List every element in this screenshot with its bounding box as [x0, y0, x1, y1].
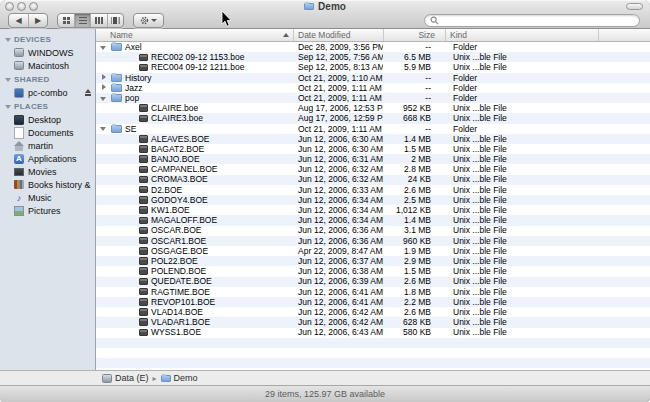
sidebar-item-label: Books history & othe... [28, 180, 92, 190]
eject-icon[interactable] [84, 89, 92, 97]
sidebar-item-books-history-othe[interactable]: Books history & othe... [0, 178, 95, 191]
file-row[interactable]: CLAIRE3.boeAug 17, 2006, 12:59 PM668 KBU… [96, 113, 650, 123]
sidebar-item-music[interactable]: Music [0, 191, 95, 204]
folder-row[interactable]: HistoryOct 21, 2009, 1:10 AM--Folder [96, 73, 650, 83]
file-name-label: pop [125, 93, 139, 103]
executable-file-icon [139, 257, 148, 265]
disclosure-triangle-icon[interactable] [99, 124, 108, 133]
sidebar-item-movies[interactable]: Movies [0, 165, 95, 178]
date-modified-cell: Jun 12, 2006, 6:34 AM [293, 195, 383, 205]
sidebar-section-header[interactable]: SHARED [0, 72, 95, 86]
sidebar-item-applications[interactable]: Applications [0, 152, 95, 165]
file-row[interactable]: OSGAGE.BOEApr 22, 2009, 8:47 AM1.9 MBUni… [96, 246, 650, 256]
folder-icon [111, 43, 122, 51]
sidebar-item-documents[interactable]: Documents [0, 126, 95, 139]
kind-cell: Unix ...ble File [445, 62, 598, 72]
date-modified-cell: Jun 12, 2006, 6:37 AM [293, 256, 383, 266]
file-row[interactable]: REC004 09-12 1211.boeSep 12, 2005, 8:13 … [96, 62, 650, 72]
list-view-icon [79, 17, 87, 24]
file-row[interactable]: BAGAT2.BOEJun 12, 2006, 6:30 AM1.5 MBUni… [96, 144, 650, 154]
file-row[interactable]: VLADAR1.BOEJun 12, 2006, 6:42 AM628 KBUn… [96, 317, 650, 327]
pictures-icon [14, 206, 24, 216]
titlebar[interactable]: Demo [0, 1, 650, 12]
file-row[interactable]: KW1.BOEJun 12, 2006, 6:34 AM1,012 KBUnix… [96, 205, 650, 215]
size-cell: 2.6 MB [383, 276, 445, 286]
date-modified-cell: Oct 21, 2009, 1:11 AM [293, 83, 383, 93]
file-name-label: CLAIRE.boe [151, 103, 198, 113]
size-cell: 2.5 MB [383, 195, 445, 205]
path-item-demo[interactable]: Demo [161, 373, 198, 383]
disclosure-triangle-icon[interactable] [99, 83, 108, 92]
folder-row[interactable]: SEOct 21, 2009, 1:11 AM--Folder [96, 124, 650, 134]
sidebar-item-label: Desktop [28, 115, 61, 125]
icon-view-button[interactable] [58, 14, 74, 27]
sidebar-item-martin[interactable]: martin [0, 139, 95, 152]
sidebar-item-pc-combo[interactable]: pc-combo [0, 86, 95, 99]
file-row[interactable]: CAMPANEL.BOEJun 12, 2006, 6:32 AM2.8 MBU… [96, 164, 650, 174]
action-menu-button[interactable] [133, 13, 164, 28]
file-row[interactable]: WYSS1.BOEJun 12, 2006, 6:43 AM580 KBUnix… [96, 327, 650, 337]
search-field[interactable] [424, 14, 640, 27]
disclosure-triangle-icon[interactable] [99, 73, 108, 82]
file-row[interactable]: CROMA3.BOEJun 12, 2006, 6:32 AM24 KBUnix… [96, 174, 650, 184]
column-header-name[interactable]: Name [96, 29, 293, 41]
column-view-button[interactable] [90, 14, 106, 27]
back-button[interactable]: ◀ [9, 14, 28, 27]
file-row[interactable]: QUEDATE.BOEJun 12, 2006, 6:39 AM2.6 MBUn… [96, 276, 650, 286]
file-row[interactable]: MAGALOFF.BOEJun 12, 2006, 6:34 AM1.4 MBU… [96, 215, 650, 225]
file-row[interactable]: RAGTIME.BOEJun 12, 2006, 6:41 AM1.8 MBUn… [96, 287, 650, 297]
column-header-size[interactable]: Size [383, 29, 445, 41]
date-modified-cell: Jun 12, 2006, 6:42 AM [293, 317, 383, 327]
sidebar-section-header[interactable]: DEVICES [0, 32, 95, 46]
file-row[interactable]: ALEAVES.BOEJun 12, 2006, 6:30 AM1.4 MBUn… [96, 134, 650, 144]
coverflow-view-button[interactable] [107, 14, 123, 27]
path-item-data-e[interactable]: Data (E) [102, 373, 149, 383]
file-name-label: VLAD14.BOE [151, 307, 203, 317]
file-name-label: BANJO.BOE [151, 154, 200, 164]
forward-button[interactable]: ▶ [28, 14, 47, 27]
folder-row[interactable]: popOct 21, 2009, 1:11 AM--Folder [96, 93, 650, 103]
name-cell: KW1.BOE [96, 205, 293, 215]
folder-row[interactable]: AxelDec 28, 2009, 3:56 PM--Folder [96, 42, 650, 52]
kind-cell: Unix ...ble File [445, 256, 598, 266]
folder-icon [111, 125, 122, 133]
file-row[interactable]: VLAD14.BOEJun 12, 2006, 6:42 AM2.6 MBUni… [96, 307, 650, 317]
disclosure-triangle-icon[interactable] [99, 94, 108, 103]
sidebar-item-windows[interactable]: WINDOWS [0, 46, 95, 59]
column-header-kind[interactable]: Kind [445, 29, 598, 41]
column-view-icon [95, 17, 103, 24]
list-view-button[interactable] [74, 14, 90, 27]
sidebar-item-macintosh[interactable]: Macintosh [0, 59, 95, 72]
file-row[interactable]: D2.BOEJun 12, 2006, 6:33 AM2.6 MBUnix ..… [96, 185, 650, 195]
sidebar-item-pictures[interactable]: Pictures [0, 204, 95, 217]
search-input[interactable] [442, 15, 634, 26]
file-row[interactable]: BANJO.BOEJun 12, 2006, 6:31 AM2 MBUnix .… [96, 154, 650, 164]
folder-icon [161, 375, 171, 382]
file-row[interactable]: POL22.BOEJun 12, 2006, 6:37 AM2.9 MBUnix… [96, 256, 650, 266]
file-row[interactable]: CLAIRE.boeAug 17, 2006, 12:53 PM952 KBUn… [96, 103, 650, 113]
size-cell: 2 MB [383, 154, 445, 164]
desktop-icon [14, 115, 24, 125]
sidebar-section-header[interactable]: PLACES [0, 99, 95, 113]
size-cell: 1.4 MB [383, 134, 445, 144]
file-row[interactable]: POLEND.BOEJun 12, 2006, 6:38 AM1.5 MBUni… [96, 266, 650, 276]
file-row[interactable]: REC002 09-12 1153.boeSep 12, 2005, 7:56 … [96, 52, 650, 62]
column-header-kind-label: Kind [450, 30, 467, 40]
folder-icon [111, 84, 122, 92]
disclosure-triangle-icon[interactable] [99, 43, 108, 52]
sidebar-item-desktop[interactable]: Desktop [0, 113, 95, 126]
folder-row[interactable]: JazzOct 21, 2009, 1:11 AM--Folder [96, 83, 650, 93]
file-name-label: VLADAR1.BOE [151, 317, 210, 327]
file-row[interactable]: REVOP101.BOEJun 12, 2006, 6:41 AM2.2 MBU… [96, 297, 650, 307]
column-header-date-modified[interactable]: Date Modified [293, 29, 383, 41]
kind-cell: Unix ...ble File [445, 174, 598, 184]
file-row[interactable]: OSCAR1.BOEJun 12, 2006, 6:36 AM960 KBUni… [96, 236, 650, 246]
file-row[interactable]: OSCAR.BOEJun 12, 2006, 6:36 AM3.1 MBUnix… [96, 225, 650, 235]
sort-ascending-icon [283, 33, 289, 37]
date-modified-cell: Oct 21, 2009, 1:11 AM [293, 124, 383, 134]
kind-cell: Unix ...ble File [445, 266, 598, 276]
kind-cell: Folder [445, 73, 598, 83]
toolbar-toggle-button[interactable] [626, 3, 643, 10]
date-modified-cell: Jun 12, 2006, 6:32 AM [293, 174, 383, 184]
file-row[interactable]: GODOY4.BOEJun 12, 2006, 6:34 AM2.5 MBUni… [96, 195, 650, 205]
